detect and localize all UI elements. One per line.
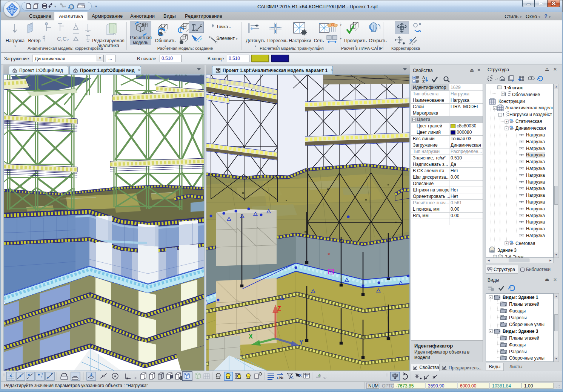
svg-text:-: - [500,113,501,117]
svg-text:▾: ▾ [54,5,56,8]
svg-text:№: № [279,376,283,380]
svg-text:+: + [506,120,508,124]
svg-text:-: - [490,296,491,299]
svg-text:+: + [502,92,504,96]
svg-text:+: + [506,242,508,245]
svg-text:№: № [509,240,513,243]
svg-text:-: - [506,127,507,130]
svg-text:Z: Z [422,80,425,84]
svg-text:A: A [422,75,425,80]
svg-text:C,C₂: C,C₂ [57,35,69,42]
svg-text:№: № [509,125,513,129]
svg-text:Y: Y [299,339,303,346]
svg-text:-: - [490,329,491,333]
svg-text:X: X [249,333,253,340]
svg-text:Z: Z [277,305,281,312]
svg-text:№: № [509,118,513,122]
svg-text:+: + [494,255,496,258]
svg-text:-: - [494,106,495,110]
svg-text:▾: ▾ [64,5,66,8]
